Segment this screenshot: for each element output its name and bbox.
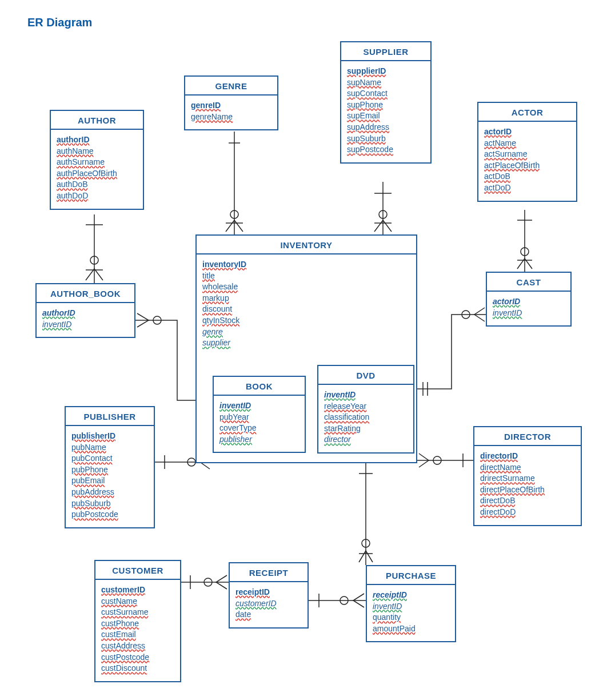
svg-point-15: [521, 248, 529, 256]
attribute: supPostcode: [347, 144, 425, 156]
attribute: actorID: [493, 296, 565, 308]
attribute: custDiscount: [101, 663, 174, 674]
attribute: customerID: [101, 584, 174, 596]
entity-customer: CUSTOMER customerIDcustNamecustSurnamecu…: [94, 560, 181, 682]
attribute: pubPhone: [71, 464, 148, 476]
attribute: date: [235, 609, 302, 621]
attribute: inventID: [42, 319, 129, 331]
attribute: genreName: [191, 112, 271, 123]
attribute: supEmail: [347, 110, 425, 122]
attribute: custName: [101, 596, 174, 607]
attribute: custPostcode: [101, 652, 174, 663]
entity-attrs: directorIDdirectNamedrirectSurnamedirect…: [474, 446, 581, 525]
attribute: authorID: [57, 134, 137, 146]
entity-attrs: supplierIDsupNamesupContactsupPhonesupEm…: [341, 61, 430, 162]
entity-title: RECEIPT: [230, 563, 308, 582]
entity-title: CAST: [487, 273, 570, 292]
entity-attrs: authorIDauthNameauthSurnameauthPlaceOfBi…: [51, 130, 143, 209]
attribute: supName: [347, 77, 425, 89]
attribute: actDoD: [484, 182, 570, 194]
entity-attrs: actorIDinventID: [487, 292, 570, 325]
svg-point-27: [433, 456, 441, 464]
attribute: inventID: [493, 308, 565, 319]
entity-author: AUTHOR authorIDauthNameauthSurnameauthPl…: [50, 110, 144, 210]
entity-title: DIRECTOR: [474, 427, 581, 446]
attribute: amountPaid: [373, 623, 449, 635]
attribute: supplierID: [347, 66, 425, 77]
entity-cast: CAST actorIDinventID: [486, 272, 572, 327]
svg-point-37: [204, 578, 212, 586]
entity-receipt: RECEIPT receiptIDcustomerIDdate: [229, 562, 309, 629]
attribute: authSurname: [57, 157, 137, 168]
attribute: directName: [480, 462, 575, 474]
entity-attrs: receiptIDinventIDquantityamountPaid: [367, 585, 455, 641]
attribute: authPlaceOfBirth: [57, 168, 137, 180]
svg-point-7: [230, 210, 238, 218]
attribute: discount: [202, 304, 410, 315]
entity-book: BOOK inventIDpubYearcoverTypepublisher: [213, 376, 306, 453]
entity-dvd: DVD inventIDreleaseYearclassificationsta…: [317, 365, 414, 454]
svg-point-3: [90, 256, 98, 264]
attribute: supPhone: [347, 100, 425, 111]
attribute: genre: [202, 327, 410, 338]
entity-attrs: inventIDreleaseYearclassificationstarRat…: [318, 385, 413, 452]
attribute: custEmail: [101, 629, 174, 641]
attribute: pubContact: [71, 453, 148, 464]
attribute: title: [202, 271, 410, 282]
attribute: directorID: [480, 451, 575, 462]
entity-supplier: SUPPLIER supplierIDsupNamesupContactsupP…: [340, 41, 432, 164]
attribute: qtyInStock: [202, 315, 410, 327]
entity-director: DIRECTOR directorIDdirectNamedrirectSurn…: [473, 426, 582, 526]
attribute: pubPostcode: [71, 509, 148, 520]
attribute: director: [324, 434, 408, 446]
entity-genre: GENRE genreIDgenreName: [184, 75, 278, 130]
attribute: authDoB: [57, 179, 137, 190]
svg-point-34: [340, 596, 348, 604]
attribute: authDoD: [57, 190, 137, 202]
svg-point-24: [187, 458, 195, 466]
attribute: supAddress: [347, 122, 425, 133]
attribute: drirectSurname: [480, 473, 575, 484]
svg-point-11: [379, 210, 387, 218]
svg-point-31: [362, 539, 370, 547]
entity-title: PURCHASE: [367, 566, 455, 585]
attribute: directPlaceOfBirth: [480, 484, 575, 496]
entity-title: PUBLISHER: [66, 407, 154, 426]
entity-title: ACTOR: [478, 103, 576, 122]
attribute: pubSuburb: [71, 498, 148, 510]
attribute: inventoryID: [202, 259, 410, 271]
attribute: pubYear: [219, 412, 299, 423]
attribute: authorID: [42, 308, 129, 319]
attribute: pubName: [71, 442, 148, 454]
attribute: publisherID: [71, 431, 148, 442]
entity-attrs: genreIDgenreName: [185, 96, 277, 129]
entity-publisher: PUBLISHER publisherIDpubNamepubContactpu…: [65, 406, 155, 528]
entity-title: INVENTORY: [197, 236, 416, 254]
page-title: ER Diagram: [27, 16, 92, 29]
attribute: receiptID: [235, 587, 302, 598]
attribute: publisher: [219, 434, 299, 446]
entity-purchase: PURCHASE receiptIDinventIDquantityamount…: [366, 565, 456, 642]
attribute: receiptID: [373, 590, 449, 601]
attribute: wholesale: [202, 281, 410, 293]
attribute: actName: [484, 138, 570, 149]
entity-attrs: authorIDinventID: [37, 303, 134, 337]
attribute: directDoD: [480, 507, 575, 518]
attribute: actDoB: [484, 171, 570, 182]
attribute: pubEmail: [71, 475, 148, 487]
attribute: supplier: [202, 337, 410, 349]
entity-author-book: AUTHOR_BOOK authorIDinventID: [35, 283, 135, 338]
attribute: custPhone: [101, 618, 174, 630]
entity-title: GENRE: [185, 77, 277, 96]
entity-attrs: inventIDpubYearcoverTypepublisher: [214, 396, 305, 452]
entity-attrs: receiptIDcustomerIDdate: [230, 582, 308, 627]
attribute: classification: [324, 412, 408, 423]
entity-attrs: inventoryIDtitlewholesalemarkupdiscountq…: [197, 254, 416, 349]
entity-title: DVD: [318, 366, 413, 385]
entity-attrs: actorIDactNameactSurnameactPlaceOfBirtha…: [478, 122, 576, 201]
attribute: pubAddress: [71, 487, 148, 498]
svg-point-19: [462, 311, 470, 319]
attribute: custSurname: [101, 607, 174, 618]
attribute: custAddress: [101, 641, 174, 652]
attribute: markup: [202, 293, 410, 304]
